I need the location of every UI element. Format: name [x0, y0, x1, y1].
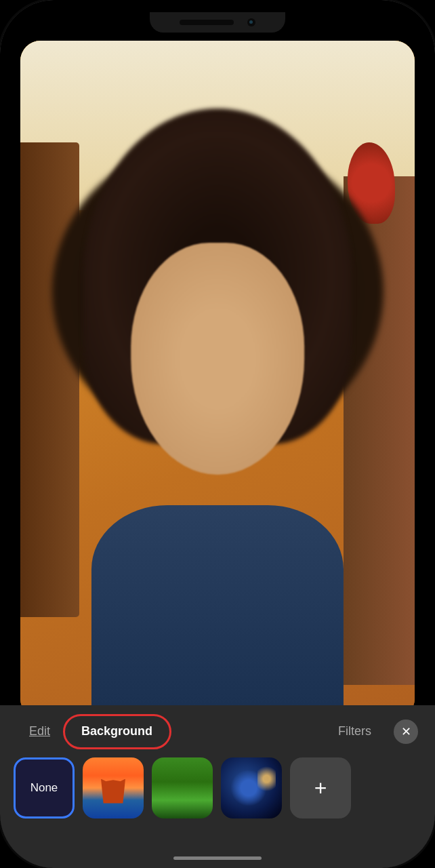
tab-background[interactable]: Background — [69, 719, 165, 744]
phone-screen: Edit Background Filters ✕ None — [0, 0, 435, 868]
face — [131, 243, 304, 475]
camera-view — [20, 41, 415, 719]
bg-option-none[interactable]: None — [14, 757, 75, 818]
home-indicator[interactable] — [173, 856, 262, 860]
close-button[interactable]: ✕ — [394, 719, 418, 744]
person-silhouette — [60, 108, 375, 719]
camera-background — [20, 41, 415, 719]
notch — [150, 12, 285, 33]
bg-none-label: None — [30, 781, 58, 795]
bg-option-grass[interactable] — [152, 757, 213, 818]
tab-filters[interactable]: Filters — [326, 719, 384, 744]
control-panel: Edit Background Filters ✕ None — [0, 705, 435, 868]
body-clothes — [91, 505, 344, 719]
bg-options-row: None + — [0, 751, 435, 825]
front-camera — [247, 18, 255, 26]
bg-option-add[interactable]: + — [290, 757, 351, 818]
phone-frame: Edit Background Filters ✕ None — [0, 0, 435, 868]
bg-option-golden-gate[interactable] — [83, 757, 144, 818]
tab-edit[interactable]: Edit — [17, 719, 62, 744]
speaker-grille — [180, 20, 234, 25]
add-icon: + — [314, 776, 327, 801]
bg-option-earth[interactable] — [221, 757, 282, 818]
tab-background-wrapper: Background — [69, 719, 165, 744]
tabs-row: Edit Background Filters ✕ — [0, 705, 435, 751]
